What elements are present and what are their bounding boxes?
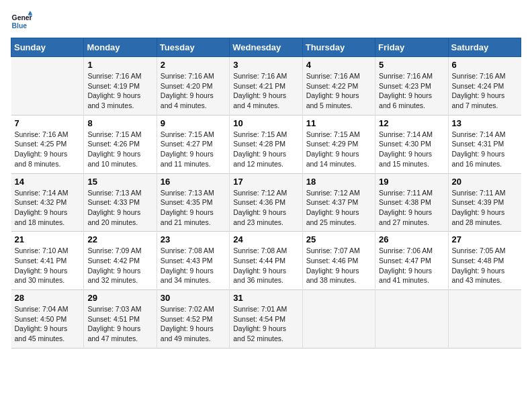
day-number: 27 bbox=[452, 234, 518, 244]
day-number: 3 bbox=[233, 60, 298, 70]
day-cell bbox=[448, 290, 521, 349]
header-cell-saturday: Saturday bbox=[448, 38, 521, 57]
day-info: Sunrise: 7:13 AM Sunset: 4:33 PM Dayligh… bbox=[87, 188, 152, 228]
day-cell: 6Sunrise: 7:16 AM Sunset: 4:24 PM Daylig… bbox=[448, 57, 521, 116]
day-cell: 21Sunrise: 7:10 AM Sunset: 4:41 PM Dayli… bbox=[11, 232, 84, 290]
day-number: 23 bbox=[161, 234, 226, 244]
header-cell-wednesday: Wednesday bbox=[230, 38, 302, 57]
day-number: 9 bbox=[161, 118, 226, 128]
day-number: 19 bbox=[379, 177, 444, 187]
svg-text:Blue: Blue bbox=[12, 22, 28, 30]
day-number: 25 bbox=[306, 234, 371, 244]
day-number: 31 bbox=[233, 293, 298, 303]
day-cell bbox=[11, 57, 84, 116]
day-info: Sunrise: 7:15 AM Sunset: 4:28 PM Dayligh… bbox=[233, 130, 298, 169]
day-cell: 30Sunrise: 7:02 AM Sunset: 4:52 PM Dayli… bbox=[157, 290, 229, 349]
day-cell: 12Sunrise: 7:14 AM Sunset: 4:30 PM Dayli… bbox=[375, 115, 448, 173]
day-info: Sunrise: 7:14 AM Sunset: 4:30 PM Dayligh… bbox=[379, 130, 444, 169]
day-number: 5 bbox=[379, 60, 444, 70]
day-info: Sunrise: 7:16 AM Sunset: 4:20 PM Dayligh… bbox=[161, 71, 226, 111]
day-cell: 17Sunrise: 7:12 AM Sunset: 4:36 PM Dayli… bbox=[230, 173, 302, 232]
day-number: 15 bbox=[87, 177, 152, 187]
day-cell bbox=[375, 290, 448, 349]
day-info: Sunrise: 7:15 AM Sunset: 4:27 PM Dayligh… bbox=[161, 130, 226, 169]
day-info: Sunrise: 7:11 AM Sunset: 4:39 PM Dayligh… bbox=[452, 188, 518, 228]
day-number: 6 bbox=[452, 60, 518, 70]
header-row: SundayMondayTuesdayWednesdayThursdayFrid… bbox=[11, 38, 521, 57]
day-number: 7 bbox=[15, 118, 81, 128]
day-info: Sunrise: 7:04 AM Sunset: 4:50 PM Dayligh… bbox=[15, 304, 81, 344]
week-row-5: 28Sunrise: 7:04 AM Sunset: 4:50 PM Dayli… bbox=[11, 290, 521, 349]
day-info: Sunrise: 7:01 AM Sunset: 4:54 PM Dayligh… bbox=[233, 304, 298, 344]
day-info: Sunrise: 7:09 AM Sunset: 4:42 PM Dayligh… bbox=[87, 246, 152, 285]
day-number: 22 bbox=[87, 234, 152, 244]
day-number: 16 bbox=[161, 177, 226, 187]
day-info: Sunrise: 7:06 AM Sunset: 4:47 PM Dayligh… bbox=[379, 246, 444, 285]
day-cell: 25Sunrise: 7:07 AM Sunset: 4:46 PM Dayli… bbox=[302, 232, 375, 290]
day-info: Sunrise: 7:12 AM Sunset: 4:37 PM Dayligh… bbox=[306, 188, 371, 228]
day-info: Sunrise: 7:08 AM Sunset: 4:44 PM Dayligh… bbox=[233, 246, 298, 285]
day-number: 17 bbox=[233, 177, 298, 187]
day-cell: 14Sunrise: 7:14 AM Sunset: 4:32 PM Dayli… bbox=[11, 173, 84, 232]
day-cell: 23Sunrise: 7:08 AM Sunset: 4:43 PM Dayli… bbox=[157, 232, 229, 290]
day-cell: 2Sunrise: 7:16 AM Sunset: 4:20 PM Daylig… bbox=[157, 57, 229, 116]
day-info: Sunrise: 7:16 AM Sunset: 4:22 PM Dayligh… bbox=[306, 71, 371, 111]
day-number: 1 bbox=[87, 60, 152, 70]
day-number: 21 bbox=[15, 234, 81, 244]
week-row-4: 21Sunrise: 7:10 AM Sunset: 4:41 PM Dayli… bbox=[11, 232, 521, 290]
day-cell: 10Sunrise: 7:15 AM Sunset: 4:28 PM Dayli… bbox=[230, 115, 302, 173]
day-info: Sunrise: 7:05 AM Sunset: 4:48 PM Dayligh… bbox=[452, 246, 518, 285]
day-info: Sunrise: 7:02 AM Sunset: 4:52 PM Dayligh… bbox=[161, 304, 226, 344]
day-cell: 1Sunrise: 7:16 AM Sunset: 4:19 PM Daylig… bbox=[84, 57, 157, 116]
day-number: 4 bbox=[306, 60, 371, 70]
day-cell: 29Sunrise: 7:03 AM Sunset: 4:51 PM Dayli… bbox=[84, 290, 157, 349]
day-cell: 19Sunrise: 7:11 AM Sunset: 4:38 PM Dayli… bbox=[375, 173, 448, 232]
day-number: 10 bbox=[233, 118, 298, 128]
day-cell: 18Sunrise: 7:12 AM Sunset: 4:37 PM Dayli… bbox=[302, 173, 375, 232]
day-info: Sunrise: 7:16 AM Sunset: 4:24 PM Dayligh… bbox=[452, 71, 518, 111]
day-cell: 26Sunrise: 7:06 AM Sunset: 4:47 PM Dayli… bbox=[375, 232, 448, 290]
day-number: 8 bbox=[87, 118, 152, 128]
header-cell-sunday: Sunday bbox=[11, 38, 84, 57]
logo: General Blue bbox=[11, 11, 32, 32]
day-number: 12 bbox=[379, 118, 444, 128]
svg-text:General: General bbox=[12, 14, 32, 21]
day-info: Sunrise: 7:03 AM Sunset: 4:51 PM Dayligh… bbox=[87, 304, 152, 344]
day-info: Sunrise: 7:11 AM Sunset: 4:38 PM Dayligh… bbox=[379, 188, 444, 228]
day-cell: 20Sunrise: 7:11 AM Sunset: 4:39 PM Dayli… bbox=[448, 173, 521, 232]
day-number: 28 bbox=[15, 293, 81, 303]
day-info: Sunrise: 7:16 AM Sunset: 4:23 PM Dayligh… bbox=[379, 71, 444, 111]
logo-icon: General Blue bbox=[11, 11, 32, 32]
day-cell: 5Sunrise: 7:16 AM Sunset: 4:23 PM Daylig… bbox=[375, 57, 448, 116]
day-info: Sunrise: 7:14 AM Sunset: 4:32 PM Dayligh… bbox=[15, 188, 81, 228]
day-cell: 3Sunrise: 7:16 AM Sunset: 4:21 PM Daylig… bbox=[230, 57, 302, 116]
day-info: Sunrise: 7:10 AM Sunset: 4:41 PM Dayligh… bbox=[15, 246, 81, 285]
day-number: 2 bbox=[161, 60, 226, 70]
day-cell: 22Sunrise: 7:09 AM Sunset: 4:42 PM Dayli… bbox=[84, 232, 157, 290]
day-number: 13 bbox=[452, 118, 518, 128]
day-number: 20 bbox=[452, 177, 518, 187]
header-cell-tuesday: Tuesday bbox=[157, 38, 229, 57]
day-number: 26 bbox=[379, 234, 444, 244]
day-cell: 4Sunrise: 7:16 AM Sunset: 4:22 PM Daylig… bbox=[302, 57, 375, 116]
week-row-1: 1Sunrise: 7:16 AM Sunset: 4:19 PM Daylig… bbox=[11, 57, 521, 116]
day-cell: 8Sunrise: 7:15 AM Sunset: 4:26 PM Daylig… bbox=[84, 115, 157, 173]
day-number: 29 bbox=[87, 293, 152, 303]
day-info: Sunrise: 7:14 AM Sunset: 4:31 PM Dayligh… bbox=[452, 130, 518, 169]
day-info: Sunrise: 7:16 AM Sunset: 4:19 PM Dayligh… bbox=[87, 71, 152, 111]
day-cell: 13Sunrise: 7:14 AM Sunset: 4:31 PM Dayli… bbox=[448, 115, 521, 173]
day-cell: 24Sunrise: 7:08 AM Sunset: 4:44 PM Dayli… bbox=[230, 232, 302, 290]
day-cell: 11Sunrise: 7:15 AM Sunset: 4:29 PM Dayli… bbox=[302, 115, 375, 173]
calendar-table: SundayMondayTuesdayWednesdayThursdayFrid… bbox=[11, 38, 521, 349]
day-cell: 7Sunrise: 7:16 AM Sunset: 4:25 PM Daylig… bbox=[11, 115, 84, 173]
day-number: 30 bbox=[161, 293, 226, 303]
day-number: 18 bbox=[306, 177, 371, 187]
day-cell: 9Sunrise: 7:15 AM Sunset: 4:27 PM Daylig… bbox=[157, 115, 229, 173]
day-cell: 28Sunrise: 7:04 AM Sunset: 4:50 PM Dayli… bbox=[11, 290, 84, 349]
day-info: Sunrise: 7:15 AM Sunset: 4:26 PM Dayligh… bbox=[87, 130, 152, 169]
day-cell: 15Sunrise: 7:13 AM Sunset: 4:33 PM Dayli… bbox=[84, 173, 157, 232]
day-cell: 16Sunrise: 7:13 AM Sunset: 4:35 PM Dayli… bbox=[157, 173, 229, 232]
day-info: Sunrise: 7:15 AM Sunset: 4:29 PM Dayligh… bbox=[306, 130, 371, 169]
day-number: 11 bbox=[306, 118, 371, 128]
day-info: Sunrise: 7:16 AM Sunset: 4:25 PM Dayligh… bbox=[15, 130, 81, 169]
